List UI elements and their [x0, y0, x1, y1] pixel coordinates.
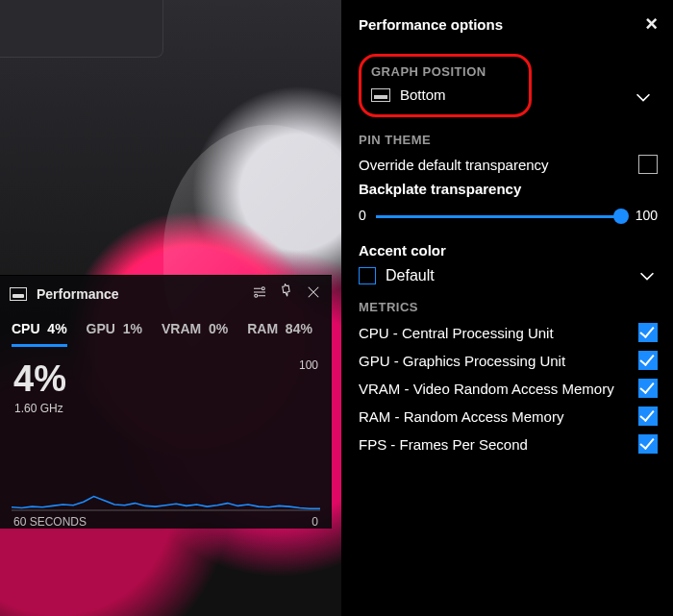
chevron-down-icon: [636, 265, 658, 286]
metric-row: RAM - Random Access Memory: [359, 407, 658, 426]
svg-point-1: [255, 294, 258, 297]
tab-ram[interactable]: RAM 84%: [247, 315, 312, 347]
accent-swatch-icon: [359, 267, 376, 284]
close-icon[interactable]: ×: [645, 13, 658, 35]
y-axis-max: 100: [299, 358, 318, 372]
svg-point-0: [262, 287, 264, 290]
slider-thumb[interactable]: [613, 209, 629, 224]
metric-checkbox[interactable]: [638, 407, 658, 426]
metric-row: CPU - Central Processing Unit: [359, 323, 658, 342]
accent-color-label: Accent color: [359, 242, 446, 259]
metric-label: VRAM - Video Random Access Memory: [359, 381, 614, 397]
cpu-usage-chart: [12, 444, 320, 511]
performance-title: Performance: [37, 286, 119, 302]
metric-tabs: CPU 4% GPU 1% VRAM 0% RAM 84%: [0, 311, 332, 347]
performance-options-panel: Performance options × GRAPH POSITION Bot…: [341, 0, 673, 616]
cpu-frequency: 1.60 GHz: [0, 400, 332, 415]
metric-label: FPS - Frames Per Second: [359, 436, 528, 453]
metric-label: RAM - Random Access Memory: [359, 408, 563, 425]
accent-color-value: Default: [386, 267, 435, 284]
big-percent: 4%: [13, 358, 66, 400]
metric-checkbox[interactable]: [638, 434, 658, 454]
metric-checkbox[interactable]: [638, 323, 658, 342]
graph-position-highlight: GRAPH POSITION Bottom: [359, 54, 532, 117]
metrics-section-label: METRICS: [359, 300, 658, 314]
tab-cpu[interactable]: CPU 4%: [12, 315, 67, 347]
metrics-list: CPU - Central Processing UnitGPU - Graph…: [359, 323, 658, 454]
tab-vram[interactable]: VRAM 0%: [162, 315, 228, 347]
pin-icon[interactable]: [278, 283, 295, 304]
graph-position-dropdown[interactable]: Bottom: [371, 86, 519, 103]
graph-position-section-label: GRAPH POSITION: [371, 64, 519, 79]
metric-row: VRAM - Video Random Access Memory: [359, 379, 658, 398]
backplate-transparency-label: Backplate transparency: [359, 181, 521, 197]
override-transparency-label: Override default transparency: [359, 157, 549, 173]
performance-icon: [10, 287, 27, 301]
metric-label: GPU - Graphics Processing Unit: [359, 353, 565, 369]
backplate-transparency-slider[interactable]: 0 100: [359, 204, 658, 229]
graph-position-value: Bottom: [400, 86, 446, 103]
metric-checkbox[interactable]: [638, 379, 658, 398]
metric-checkbox[interactable]: [638, 351, 658, 370]
chevron-down-icon[interactable]: [633, 86, 654, 108]
close-icon[interactable]: [305, 283, 322, 304]
metric-row: FPS - Frames Per Second: [359, 434, 658, 454]
accent-color-dropdown[interactable]: Default: [359, 265, 658, 286]
y-axis-min: 0: [312, 515, 318, 529]
metric-row: GPU - Graphics Processing Unit: [359, 351, 658, 370]
pin-theme-section-label: PIN THEME: [359, 133, 658, 147]
settings-icon[interactable]: [251, 283, 268, 304]
x-axis-label: 60 SECONDS: [13, 515, 87, 529]
metric-label: CPU - Central Processing Unit: [359, 325, 554, 341]
panel-title: Performance options: [359, 16, 503, 33]
background-window-corner: [0, 0, 163, 58]
performance-widget: Performance CPU 4% GPU 1% VRAM 0% RAM 84…: [0, 275, 332, 529]
graph-position-bottom-icon: [371, 88, 390, 102]
tab-gpu[interactable]: GPU 1%: [87, 315, 142, 347]
override-transparency-checkbox[interactable]: [638, 155, 658, 174]
